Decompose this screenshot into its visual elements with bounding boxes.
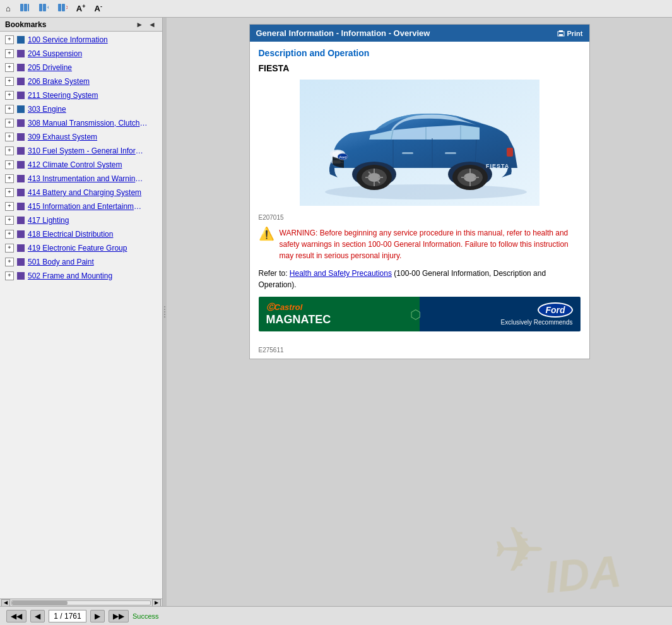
document-frame: General Information - Information - Over… [249, 24, 590, 359]
doc-section-title: Description and Operation [259, 48, 581, 58]
expand-btn-206[interactable]: + [5, 77, 14, 86]
bookmark-link-501[interactable]: 501 Body and Paint [28, 256, 94, 268]
bookmark-item-204[interactable]: + 204 Suspension [0, 47, 162, 61]
expand-btn-310[interactable]: + [5, 146, 14, 155]
expand-btn-204[interactable]: + [5, 49, 14, 58]
first-page-button[interactable]: ◀◀ [6, 610, 27, 622]
bookmark-link-308[interactable]: 308 Manual Transmission, Clutch, Tran... [28, 117, 148, 129]
bookmark-open-button[interactable] [16, 1, 33, 16]
bookmark-item-501[interactable]: + 501 Body and Paint [0, 255, 162, 269]
expand-btn-418[interactable]: + [5, 230, 14, 239]
bookmark-link-206[interactable]: 206 Brake System [28, 76, 90, 87]
bookmark-link-211[interactable]: 211 Steering System [28, 90, 98, 101]
banner-decoration: ⬡ [410, 307, 421, 322]
svg-text:+: + [47, 4, 49, 11]
expand-btn-309[interactable]: + [5, 133, 14, 141]
bookmark-icon-418 [16, 230, 25, 239]
bookmarks-header-icons: ► ◄ [134, 20, 157, 30]
bookmark-link-418[interactable]: 418 Electrical Distribution [28, 229, 113, 240]
bookmark-item-308[interactable]: + 308 Manual Transmission, Clutch, Tran.… [0, 116, 162, 130]
svg-rect-43 [507, 148, 513, 157]
main-layout: Bookmarks ► ◄ + 100 Service Information … [0, 18, 672, 606]
expand-btn-412[interactable]: + [5, 160, 14, 169]
expand-btn-417[interactable]: + [5, 216, 14, 225]
bookmark-item-303[interactable]: + 303 Engine [0, 102, 162, 116]
font-decrease-button[interactable]: A- [91, 1, 105, 15]
refer-prefix: Refer to: [259, 269, 290, 278]
bookmark-delete-button[interactable]: ✕ [54, 1, 71, 16]
expand-btn-211[interactable]: + [5, 91, 14, 100]
bookmark-link-100[interactable]: 100 Service Information [28, 34, 108, 45]
last-page-button[interactable]: ▶▶ [109, 610, 129, 622]
collapse-all-button[interactable]: ◄ [147, 20, 157, 30]
svg-rect-11 [559, 34, 563, 36]
bookmark-item-413[interactable]: + 413 Instrumentation and Warning Sys... [0, 172, 162, 186]
bookmark-link-303[interactable]: 303 Engine [28, 104, 66, 115]
document-footer: E275611 [250, 344, 589, 359]
bookmark-link-502[interactable]: 502 Frame and Mounting [28, 270, 112, 282]
warning-text: WARNING: Before beginning any service pr… [280, 227, 581, 261]
castrol-banner: ⒸCastrol MAGNATEC ⬡ Ford Exclusively Rec… [259, 297, 581, 331]
expand-btn-414[interactable]: + [5, 188, 14, 197]
expand-btn-205[interactable]: + [5, 63, 14, 72]
bookmark-link-204[interactable]: 204 Suspension [28, 48, 82, 59]
prev-page-button[interactable]: ◀ [30, 610, 45, 622]
scroll-left-arrow[interactable]: ◀ [1, 599, 10, 607]
car-image: FIESTA Ford [300, 80, 539, 206]
bookmark-link-415[interactable]: 415 Information and Entertainment S... [28, 201, 144, 212]
expand-all-button[interactable]: ► [134, 20, 144, 30]
bookmark-item-309[interactable]: + 309 Exhaust System [0, 130, 162, 144]
image-caption-top: E207015 [259, 214, 581, 221]
expand-btn-413[interactable]: + [5, 174, 14, 183]
bookmark-item-100[interactable]: + 100 Service Information [0, 33, 162, 47]
bookmark-link-412[interactable]: 412 Climate Control System [28, 159, 122, 170]
bookmark-link-310[interactable]: 310 Fuel System - General Information... [28, 145, 148, 157]
bookmark-item-414[interactable]: + 414 Battery and Charging System [0, 186, 162, 199]
bottom-navigation-bar: ◀◀ ◀ 1 / 1761 ▶ ▶▶ Success [0, 606, 672, 625]
expand-btn-415[interactable]: + [5, 202, 14, 211]
bookmark-item-205[interactable]: + 205 Driveline [0, 61, 162, 74]
expand-btn-303[interactable]: + [5, 105, 14, 114]
bookmark-link-414[interactable]: 414 Battery and Charging System [28, 187, 141, 198]
splitter-dots [164, 306, 165, 318]
svg-rect-10 [559, 30, 563, 32]
expand-btn-419[interactable]: + [5, 244, 14, 253]
bookmark-link-419[interactable]: 419 Electronic Feature Group [28, 242, 127, 254]
next-page-button[interactable]: ▶ [90, 610, 105, 622]
print-link[interactable]: Print [557, 30, 582, 37]
bookmark-icon-205 [16, 63, 25, 72]
bookmark-item-206[interactable]: + 206 Brake System [0, 74, 162, 88]
bookmark-add-button[interactable]: + [35, 1, 52, 16]
bookmark-item-502[interactable]: + 502 Frame and Mounting [0, 269, 162, 283]
bookmark-icon-308 [16, 119, 25, 128]
bookmark-item-310[interactable]: + 310 Fuel System - General Information.… [0, 144, 162, 158]
expand-btn-502[interactable]: + [5, 271, 14, 280]
bookmark-link-413[interactable]: 413 Instrumentation and Warning Sys... [28, 173, 144, 184]
bookmark-link-205[interactable]: 205 Driveline [28, 62, 72, 73]
health-safety-link[interactable]: Health and Safety Precautions [290, 269, 392, 278]
bookmark-icon-100 [16, 35, 25, 44]
ford-tagline: Exclusively Recommends [501, 319, 573, 326]
expand-btn-501[interactable]: + [5, 258, 14, 266]
bookmarks-title: Bookmarks [5, 20, 46, 29]
expand-btn-100[interactable]: + [5, 35, 14, 44]
expand-btn-308[interactable]: + [5, 119, 14, 128]
bookmark-icon-419 [16, 244, 25, 253]
bookmark-link-309[interactable]: 309 Exhaust System [28, 131, 97, 143]
bookmark-item-419[interactable]: + 419 Electronic Feature Group [0, 241, 162, 255]
bookmark-item-418[interactable]: + 418 Electrical Distribution [0, 227, 162, 241]
bookmark-item-211[interactable]: + 211 Steering System [0, 88, 162, 102]
font-increase-button[interactable]: A+ [73, 1, 89, 15]
bookmark-item-412[interactable]: + 412 Climate Control System [0, 158, 162, 172]
bookmark-item-417[interactable]: + 417 Lighting [0, 213, 162, 227]
scroll-track[interactable] [11, 600, 151, 605]
bookmark-icon-417 [16, 216, 25, 225]
home-button[interactable]: ⌂ [3, 2, 14, 15]
bookmark-link-417[interactable]: 417 Lighting [28, 215, 69, 226]
bookmarks-header: Bookmarks ► ◄ [0, 18, 162, 32]
car-image-container: FIESTA Ford [259, 80, 581, 208]
footer-caption: E275611 [259, 347, 284, 354]
scroll-right-arrow[interactable]: ▶ [152, 599, 161, 607]
bookmark-icon-413 [16, 174, 25, 183]
bookmark-item-415[interactable]: + 415 Information and Entertainment S... [0, 199, 162, 213]
